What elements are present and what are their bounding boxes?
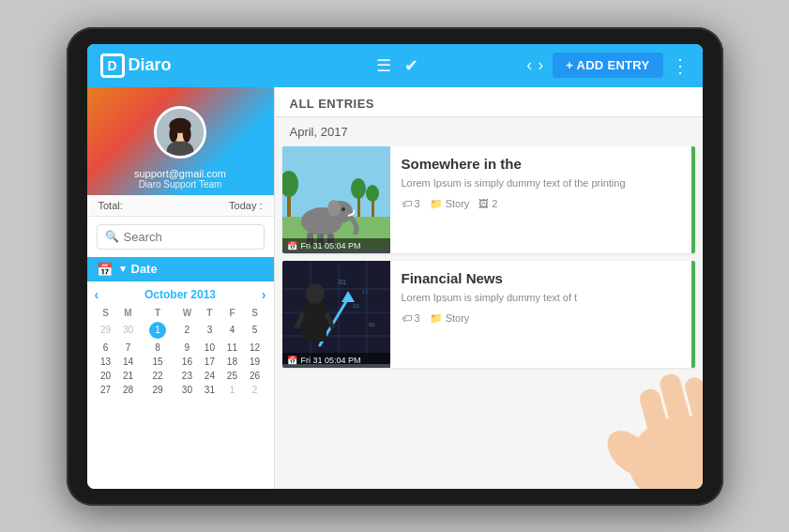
top-bar-nav: ‹ ›	[526, 55, 543, 75]
top-bar: D Diaro ☰ ✔ ‹ › + ADD ENTRY ⋮	[87, 44, 703, 87]
calendar-day[interactable]: 1	[140, 320, 176, 341]
calendar-day[interactable]: 29	[95, 320, 117, 341]
calendar-day[interactable]: 24	[198, 369, 220, 383]
date-section-label: Date	[131, 262, 158, 276]
calendar-day[interactable]: 23	[175, 369, 198, 383]
svg-rect-41	[682, 375, 702, 442]
calendar-day[interactable]: 13	[95, 355, 117, 369]
svg-point-38	[599, 422, 660, 483]
add-entry-button[interactable]: + ADD ENTRY	[553, 53, 662, 78]
image-icon: 🖼	[478, 198, 489, 209]
svg-point-5	[183, 125, 191, 142]
calendar-day[interactable]: 10	[198, 341, 220, 355]
svg-text:11: 11	[362, 289, 369, 295]
svg-point-17	[341, 207, 345, 211]
cal-day-header: W	[175, 306, 198, 320]
calendar-day[interactable]: 16	[175, 355, 198, 369]
calendar-day[interactable]: 30	[175, 383, 198, 397]
svg-point-37	[618, 404, 702, 489]
svg-rect-30	[303, 304, 326, 342]
svg-point-29	[306, 283, 325, 304]
cal-day-header: S	[95, 306, 117, 320]
tag-icon: 🏷	[402, 312, 412, 324]
image-count: 🖼 2	[478, 198, 497, 209]
calendar-day[interactable]: 21	[117, 369, 140, 383]
main-area: support@gmail.com Diaro Support Team Tot…	[87, 87, 703, 489]
entry-title: Somewhere in the	[402, 156, 684, 173]
cal-day-header: M	[117, 306, 140, 320]
sidebar-totals: Total: Today :	[87, 195, 274, 217]
cal-small-icon: 📅	[287, 241, 297, 251]
calendar-day[interactable]: 17	[198, 355, 220, 369]
category-label: Story	[446, 312, 470, 324]
calendar-day[interactable]: 1	[220, 383, 243, 397]
calendar-day[interactable]: 31	[198, 383, 220, 397]
svg-text:00: 00	[369, 322, 375, 327]
calendar-day[interactable]: 18	[220, 355, 243, 369]
cal-next-icon[interactable]: ›	[262, 287, 266, 302]
svg-rect-39	[637, 387, 674, 455]
folder-icon: 📁	[430, 198, 443, 210]
calendar-icon: 📅	[97, 262, 113, 277]
tablet-screen: D Diaro ☰ ✔ ‹ › + ADD ENTRY ⋮	[87, 44, 703, 489]
avatar	[154, 106, 206, 159]
calendar-day[interactable]: 29	[140, 383, 176, 397]
calendar-day[interactable]: 9	[175, 341, 198, 355]
calendar-day[interactable]: 2	[175, 320, 198, 341]
section-date: April, 2017	[275, 117, 703, 143]
entry-body: Financial News Lorem Ipsum is simply dum…	[390, 261, 695, 368]
calendar-day[interactable]: 30	[117, 320, 140, 341]
svg-rect-43	[648, 466, 703, 488]
calendar-day[interactable]: 15	[140, 355, 176, 369]
content-area: ALL ENTRIES April, 2017	[275, 87, 703, 489]
entry-card[interactable]: 01 10 11 00 📅 Fri 31 05:04 PM Financial …	[282, 261, 695, 368]
profile-team: Diaro Support Team	[139, 179, 222, 190]
entry-excerpt: Lorem Ipsum is simply dummy text of t	[402, 291, 684, 305]
calendar-day[interactable]: 12	[243, 341, 266, 355]
calendar-day[interactable]: 3	[198, 320, 220, 341]
calendar-day[interactable]: 2	[243, 383, 266, 397]
calendar-day[interactable]: 11	[220, 341, 243, 355]
calendar-day[interactable]: 4	[220, 320, 243, 341]
total-label: Total:	[99, 200, 123, 211]
calendar-day[interactable]: 6	[95, 341, 117, 355]
calendar-day[interactable]: 22	[140, 369, 176, 383]
calendar-day[interactable]: 8	[140, 341, 176, 355]
calendar-day[interactable]: 27	[95, 383, 117, 397]
calendar-day[interactable]: 19	[243, 355, 266, 369]
date-expand-icon: ▾	[120, 263, 126, 275]
folder-icon: 📁	[430, 312, 443, 325]
calendar-day[interactable]: 7	[117, 341, 140, 355]
calendar-day[interactable]: 26	[243, 369, 266, 383]
app-name: Diaro	[129, 55, 172, 75]
calendar-day[interactable]: 5	[243, 320, 266, 341]
cal-day-header: S	[243, 306, 266, 320]
entry-body: Somewhere in the Lorem Ipsum is simply d…	[390, 146, 695, 253]
nav-next-icon[interactable]: ›	[538, 55, 543, 75]
cal-prev-icon[interactable]: ‹	[95, 287, 99, 302]
entry-card[interactable]: 📅 Fri 31 05:04 PM Somewhere in the Lorem…	[282, 146, 695, 253]
calendar-day[interactable]: 14	[117, 355, 140, 369]
logo-icon: D	[100, 53, 125, 78]
mini-calendar: ‹ October 2013 › S M T W T F	[87, 281, 274, 403]
cal-day-header: F	[220, 306, 243, 320]
entry-meta: 🏷 3 📁 Story 🖼 2	[402, 198, 684, 210]
calendar-grid: S M T W T F S 29301234567891011121314151…	[95, 306, 266, 397]
calendar-day[interactable]: 25	[220, 369, 243, 383]
list-icon[interactable]: ☰	[376, 55, 391, 76]
entry-date-label: 📅 Fri 31 05:04 PM	[282, 238, 390, 253]
sidebar: support@gmail.com Diaro Support Team Tot…	[87, 87, 275, 489]
category-item: 📁 Story	[430, 312, 470, 325]
calendar-day[interactable]: 20	[95, 369, 117, 383]
search-input[interactable]	[124, 230, 256, 244]
svg-text:01: 01	[339, 279, 346, 285]
calendar-day[interactable]: 28	[117, 383, 140, 397]
sidebar-search[interactable]: 🔍	[97, 224, 265, 250]
more-icon[interactable]: ⋮	[671, 54, 690, 77]
calendar-month: October 2013	[144, 288, 216, 301]
check-icon[interactable]: ✔	[404, 55, 418, 76]
svg-point-4	[169, 125, 177, 142]
nav-prev-icon[interactable]: ‹	[526, 55, 532, 75]
date-section[interactable]: 📅 ▾ Date	[87, 257, 274, 281]
today-label: Today :	[229, 200, 262, 211]
